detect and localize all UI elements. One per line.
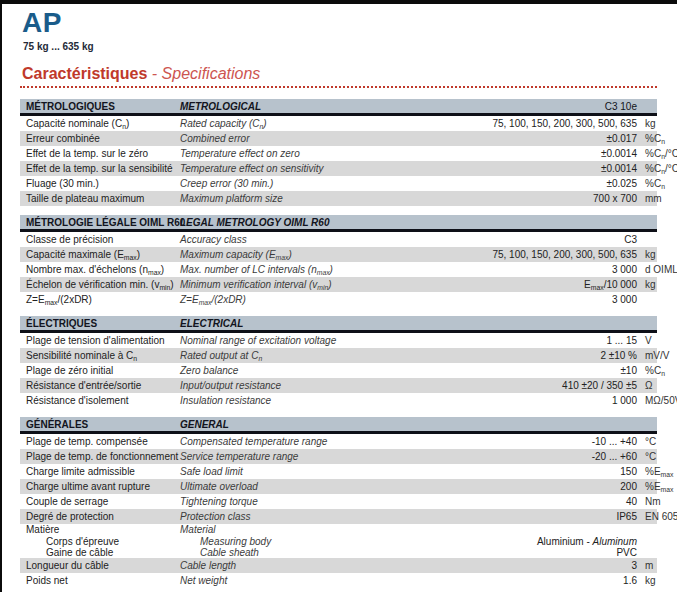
row-label-fr: Taille de plateau maximum [20, 191, 180, 206]
table-row: Effet de la temp. sur la sensibilitéTemp… [20, 161, 657, 176]
row-label-fr: Plage de temp. compensée [20, 434, 180, 449]
row-unit: %Cn [645, 176, 677, 191]
row-unit: MΩ/50V [645, 393, 677, 408]
section-header-fr: MÉTROLOGIE LÉGALE OIML R60 [20, 214, 180, 231]
row-value: -10 ... +40 [457, 434, 657, 449]
row-label-en: Service temperature range [180, 449, 457, 464]
row-unit: %Cn/°C [645, 161, 677, 176]
row-value: 3 000 [457, 262, 657, 277]
row-label-en: Temperature effect on zero [180, 146, 457, 161]
row-label-en: Minimum verification interval (vmin) [180, 277, 457, 292]
table-row: Taille de plateau maximumMaximum platfor… [20, 191, 657, 206]
row-unit: °C [645, 434, 677, 449]
sub-row-label-en: Measuring body [200, 536, 457, 547]
capacity-range: 75 kg ... 635 kg [23, 41, 677, 52]
section-header-en: ELECTRICAL [180, 315, 457, 332]
sub-row-label-fr: Corps d'épreuve [20, 536, 200, 547]
material-sub-row: Gaine de câbleCable sheathPVC [20, 547, 657, 558]
row-value: C3 [457, 232, 657, 247]
section-header: GÉNÉRALESGENERAL [20, 417, 657, 434]
table-row: Capacité nominale (Cn)Rated capacity (Cn… [20, 116, 657, 131]
dotted-divider [20, 86, 657, 88]
row-unit: d OIML [645, 262, 677, 277]
row-label-en: Rated capacity (Cn) [180, 116, 457, 131]
row-label-en: Zero balance [180, 363, 457, 378]
sub-row-label-fr: Gaine de câble [20, 547, 200, 558]
row-label-fr: Classe de précision [20, 232, 180, 247]
material-sub-row: Corps d'épreuveMeasuring bodyAluminium -… [20, 536, 657, 547]
table-row: Plage de temp. compenséeCompensated temp… [20, 434, 657, 449]
row-label-en: Net weight [180, 573, 457, 588]
row-value: 410 ±20 / 350 ±5 [457, 378, 657, 393]
spec-heading-en: - Specifications [152, 65, 261, 82]
row-label-en: Safe load limit [180, 464, 457, 479]
row-unit: Ω [645, 378, 677, 393]
spec-heading-fr: Caractéristiques [22, 65, 147, 82]
row-value: -20 ... +60 [457, 449, 657, 464]
row-unit: mm [645, 191, 677, 206]
row-label-fr: Plage de tension d'alimentation [20, 333, 180, 348]
row-value: ±0.025 [457, 176, 657, 191]
row-value: 2 ±10 % [457, 348, 657, 363]
row-label-fr: Longueur du câble [20, 558, 180, 573]
row-label-fr: Nombre max. d'échelons (nmax) [20, 262, 180, 277]
row-value: IP65 [457, 509, 657, 524]
table-row: Plage de zéro initialZero balance±10%Cn [20, 363, 657, 378]
row-label-en: Compensated temperature range [180, 434, 457, 449]
table-row: Résistance d'entrée/sortieInput/output r… [20, 378, 657, 393]
row-label-fr: Degré de protection [20, 509, 180, 524]
section-header-fr: ÉLECTRIQUES [20, 315, 180, 332]
row-label-en: Rated output at Cn [180, 348, 457, 363]
table-row: Échelon de vérification min. (vmin)Minim… [20, 277, 657, 292]
row-unit: m [645, 558, 677, 573]
row-value: ±0.0014 [457, 146, 657, 161]
section-header: MÉTROLOGIQUESMETROLOGICALC3 10e [20, 99, 657, 116]
section-header: MÉTROLOGIE LÉGALE OIML R60LEGAL METROLOG… [20, 215, 657, 232]
row-value: ±10 [457, 363, 657, 378]
spec-section: GÉNÉRALESGENERALPlage de temp. compensée… [20, 417, 677, 588]
row-label-en: Combined error [180, 131, 457, 146]
row-value: 3 000 [457, 292, 657, 307]
row-label-fr: Résistance d'entrée/sortie [20, 378, 180, 393]
row-value: 200 [457, 479, 657, 494]
row-unit: kg [645, 573, 677, 588]
row-label-en: Creep error (30 min.) [180, 176, 457, 191]
row-label-fr: Poids net [20, 573, 180, 588]
table-row: Couple de serrageTightening torque40Nm [20, 494, 657, 509]
row-label-fr: Sensibilité nominale à Cn [20, 348, 180, 363]
section-header-en: METROLOGICAL [180, 98, 457, 115]
table-row: Plage de temp. de fonctionnementService … [20, 449, 657, 464]
row-label-fr: Effet de la temp. sur le zéro [20, 146, 180, 161]
row-label-en: Maximum capacity (Emax) [180, 247, 457, 262]
table-row: Poids netNet weight1.6kg [20, 573, 657, 588]
row-label-en: Ultimate overload [180, 479, 457, 494]
table-row: Sensibilité nominale à CnRated output at… [20, 348, 657, 363]
row-label-fr: Erreur combinée [20, 131, 180, 146]
row-unit: %Cn [645, 363, 677, 378]
spec-heading: Caractéristiques - Specifications [22, 65, 677, 83]
row-label-en: Accuracy class [180, 232, 457, 247]
row-label-en: Temperature effect on sensitivity [180, 161, 457, 176]
row-label-en: Maximum platform size [180, 191, 457, 206]
sub-row-value: PVC [457, 547, 657, 558]
row-unit: %Cn [645, 131, 677, 146]
row-label-en: Z=Emax/(2xDR) [180, 292, 457, 307]
row-value [457, 524, 657, 536]
row-label-fr: Charge ultime avant rupture [20, 479, 180, 494]
row-value: 1 000 [457, 393, 657, 408]
row-label-fr: Capacité nominale (Cn) [20, 116, 180, 131]
table-row: Fluage (30 min.)Creep error (30 min.)±0.… [20, 176, 657, 191]
page-title: AP [22, 8, 677, 38]
sub-row-value: Aluminium - Aluminum [457, 536, 657, 547]
row-label-fr: Effet de la temp. sur la sensibilité [20, 161, 180, 176]
row-label-fr: Échelon de vérification min. (vmin) [20, 277, 180, 292]
row-label-en: Tightening torque [180, 494, 457, 509]
row-unit: %Emax [645, 464, 677, 479]
row-value: 1 ... 15 [457, 333, 657, 348]
section-header-value: C3 10e [457, 98, 657, 115]
row-unit: %Emax [645, 479, 677, 494]
spec-section: MÉTROLOGIQUESMETROLOGICALC3 10eCapacité … [20, 99, 677, 206]
row-label-fr: Résistance d'isolement [20, 393, 180, 408]
row-value: 40 [457, 494, 657, 509]
row-label-en: Max. number of LC intervals (nmax) [180, 262, 457, 277]
